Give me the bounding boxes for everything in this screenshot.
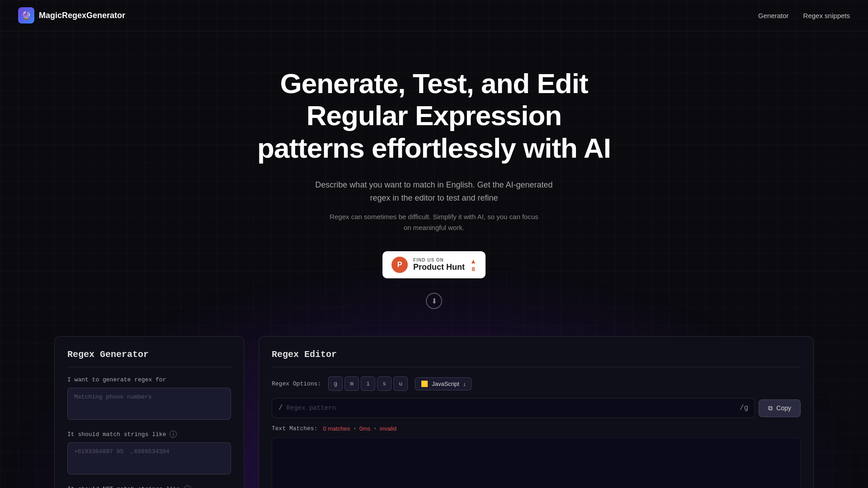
product-hunt-badge: ▲ 8 — [470, 258, 476, 272]
matches-stats: 0 matches • 0ms • invalid — [323, 425, 396, 432]
regex-suffix: /g — [740, 404, 748, 412]
match-label-row: It should match strings like i — [67, 431, 231, 438]
brand-link[interactable]: 🔮 MagicRegexGenerator — [18, 7, 125, 23]
copy-label: Copy — [776, 404, 791, 412]
language-select[interactable]: 🟨 JavaScript ↓ — [415, 377, 472, 390]
flag-m[interactable]: m — [344, 376, 359, 391]
regex-editor-panel: Regex Editor Regex Options: g m i s u 🟨 … — [259, 336, 814, 488]
scroll-down: ⬇ — [18, 293, 850, 309]
product-hunt-text: FIND US ON Product Hunt — [413, 258, 465, 272]
stat-dot-2: • — [374, 425, 377, 432]
copy-icon: ⧉ — [768, 404, 773, 412]
product-hunt-count: 8 — [472, 266, 475, 272]
matches-invalid: invalid — [380, 425, 396, 432]
generate-label: I want to generate regex for — [67, 376, 231, 383]
scroll-down-icon[interactable]: ⬇ — [426, 293, 442, 309]
nav-generator[interactable]: Generator — [758, 12, 789, 19]
brand-logo-icon: 🔮 — [18, 7, 34, 23]
editor-header: Regex Editor — [272, 349, 801, 367]
regex-input-wrapper: / /g — [272, 398, 755, 418]
stat-dot-1: • — [354, 425, 356, 432]
main-content: Regex Generator I want to generate regex… — [0, 336, 868, 488]
nav-regex-snippets[interactable]: Regex snippets — [803, 12, 850, 19]
product-hunt-find-us: FIND US ON — [413, 258, 444, 263]
regex-generator-panel: Regex Generator I want to generate regex… — [54, 336, 244, 488]
product-hunt-arrow-icon: ▲ — [470, 258, 476, 265]
regex-editor-title: Regex Editor — [272, 349, 337, 360]
nav-links: Generator Regex snippets — [758, 12, 850, 19]
match-label: It should match strings like — [67, 431, 166, 438]
text-matches-area[interactable] — [272, 437, 801, 488]
down-arrow-icon: ⬇ — [431, 297, 437, 305]
language-name: JavaScript — [432, 380, 459, 387]
no-match-label: It should NOT match strings like — [67, 486, 180, 488]
match-input[interactable] — [67, 442, 231, 474]
no-match-label-row: It should NOT match strings like i — [67, 485, 231, 488]
matches-time: 0ms — [359, 425, 371, 432]
matches-count: 0 matches — [323, 425, 350, 432]
hero-section: Generate, Test, and Edit Regular Express… — [0, 31, 868, 336]
navbar: 🔮 MagicRegexGenerator Generator Regex sn… — [0, 0, 868, 31]
copy-button[interactable]: ⧉ Copy — [759, 399, 801, 417]
hero-title: Generate, Test, and Edit Regular Express… — [253, 67, 615, 164]
regex-prefix: / — [278, 404, 283, 412]
hero-note: Regex can sometimes be difficult. Simpli… — [326, 211, 542, 233]
regex-pattern-input[interactable] — [287, 404, 736, 412]
match-info-icon[interactable]: i — [170, 431, 177, 438]
matches-row: Text Matches: 0 matches • 0ms • invalid — [272, 425, 801, 432]
regex-generator-title: Regex Generator — [67, 349, 231, 367]
hero-subtitle: Describe what you want to match in Engli… — [312, 178, 556, 205]
flag-i[interactable]: i — [361, 376, 375, 391]
matches-label: Text Matches: — [272, 425, 317, 432]
product-hunt-logo: P — [392, 257, 408, 273]
no-match-info-icon[interactable]: i — [184, 485, 191, 488]
brand-name: MagicRegexGenerator — [39, 11, 125, 20]
flag-s[interactable]: s — [377, 376, 392, 391]
language-icon: 🟨 — [421, 380, 428, 387]
flag-u[interactable]: u — [393, 376, 408, 391]
options-label: Regex Options: — [272, 380, 321, 387]
flag-buttons: g m i s u — [328, 376, 408, 391]
generate-input[interactable] — [67, 388, 231, 420]
product-hunt-name: Product Hunt — [413, 263, 465, 272]
product-hunt-button[interactable]: P FIND US ON Product Hunt ▲ 8 — [382, 251, 486, 278]
flag-g[interactable]: g — [328, 376, 343, 391]
regex-options-row: Regex Options: g m i s u 🟨 JavaScript ↓ — [272, 376, 801, 391]
language-chevron-icon: ↓ — [463, 380, 466, 387]
regex-input-row: / /g ⧉ Copy — [272, 398, 801, 418]
